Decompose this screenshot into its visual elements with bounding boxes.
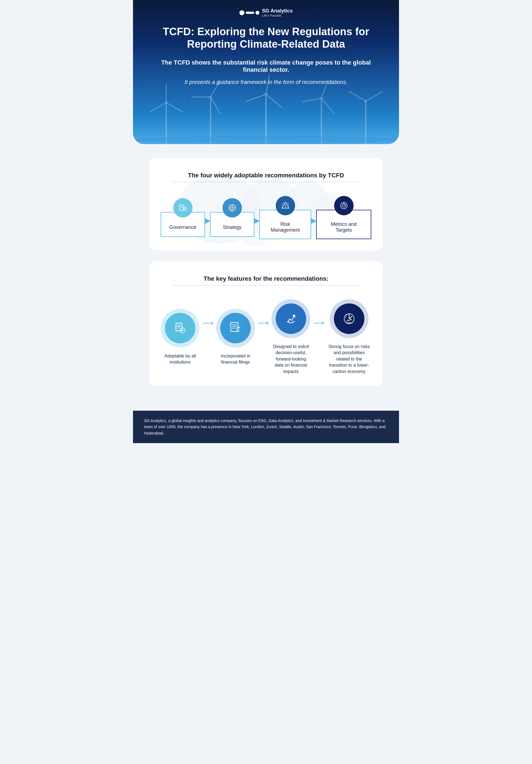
features-flow: Adoptable by all institutions ⟶	[161, 299, 371, 375]
logo-text: SG Analytics Life's Possible	[262, 8, 292, 17]
svg-line-18	[322, 100, 334, 113]
svg-line-51	[344, 205, 345, 205]
hero-subtitle: The TCFD shows the substantial risk clim…	[150, 59, 382, 74]
feature-outer-2	[216, 309, 255, 347]
logo-icon	[240, 10, 260, 15]
svg-point-25	[133, 136, 399, 144]
feature-arrow-1: ⟶	[202, 318, 213, 327]
feature-label-4: Strong focus on risks and possibilities …	[327, 344, 371, 375]
feature-item-4: Strong focus on risks and possibilities …	[327, 299, 371, 375]
hero-section: SG Analytics Life's Possible TCFD: Explo…	[133, 0, 399, 144]
features-title: The key features for the recommendations…	[161, 275, 371, 283]
feature-inner-2	[220, 313, 251, 343]
feature-arrow-2: ⟶	[258, 318, 269, 327]
feature-icon-2	[228, 320, 243, 336]
svg-point-40	[231, 207, 233, 208]
svg-line-4	[149, 103, 165, 112]
arrow-1: ▶	[205, 216, 211, 225]
brand-name: SG Analytics	[262, 8, 292, 14]
brand-tagline: Life's Possible	[262, 14, 292, 17]
svg-rect-59	[231, 322, 238, 331]
hero-body: It presents a guidance framework in the …	[150, 79, 382, 85]
main-content: The four widely adoptable recommendation…	[133, 144, 399, 411]
metrics-icon-circle	[334, 196, 354, 215]
logo-bar	[246, 12, 254, 14]
risk-icon-circle	[276, 196, 295, 215]
arrow-3: ▶	[311, 216, 317, 225]
logo-circle-1	[240, 10, 245, 15]
recommendations-title: The four widely adoptable recommendation…	[161, 172, 371, 179]
recommendations-section: The four widely adoptable recommendation…	[150, 158, 382, 250]
feature-inner-4	[334, 303, 364, 334]
logo-circle-2	[256, 11, 260, 15]
feature-inner-3	[276, 303, 306, 334]
svg-point-46	[285, 207, 286, 208]
governance-icon-circle	[173, 198, 193, 218]
svg-line-13	[267, 95, 282, 107]
svg-point-16	[320, 97, 323, 100]
governance-icon	[178, 203, 188, 213]
recommendations-divider	[172, 182, 360, 182]
strategy-icon-circle	[223, 198, 242, 218]
arrow-2: ▶	[254, 216, 260, 225]
svg-point-1	[165, 101, 168, 104]
feature-icon-3	[283, 311, 299, 326]
feature-label-1: Adoptable by all institutions	[161, 353, 200, 365]
svg-point-21	[364, 100, 367, 102]
svg-line-14	[247, 95, 265, 101]
svg-point-11	[265, 93, 267, 96]
svg-line-8	[211, 98, 221, 113]
feature-icon-1	[173, 320, 188, 336]
feature-icon-4	[342, 311, 357, 326]
metrics-icon	[339, 201, 349, 211]
footer-text: SG Analytics, a global insights and anal…	[144, 418, 388, 436]
features-section: The key features for the recommendations…	[150, 261, 382, 386]
svg-line-19	[302, 98, 320, 102]
svg-point-64	[293, 314, 295, 317]
hero-title: TCFD: Exploring the New Regulations for …	[150, 26, 382, 51]
feature-item-2: Incorporated in financial filings	[216, 309, 255, 365]
svg-point-49	[343, 205, 344, 206]
rec-item-strategy: Strategy	[210, 198, 255, 237]
logo-area: SG Analytics Life's Possible	[150, 8, 382, 17]
rec-item-governance: Governance	[161, 198, 205, 237]
feature-item-3: Designed to solicit decision-useful, for…	[271, 299, 310, 375]
rec-item-metrics: Metrics and Targets	[316, 196, 371, 239]
svg-line-3	[167, 103, 183, 112]
rec-flow: Governance ▶	[161, 196, 371, 239]
strategy-icon	[227, 203, 237, 213]
rec-item-risk: Risk Management	[260, 196, 311, 239]
svg-line-22	[367, 92, 382, 100]
footer: SG Analytics, a global insights and anal…	[133, 411, 399, 443]
feature-outer-3	[271, 299, 310, 338]
feature-outer-4	[330, 299, 369, 338]
features-divider	[172, 285, 360, 286]
feature-inner-1	[165, 313, 195, 343]
feature-arrow-3: ⟶	[313, 318, 324, 327]
feature-item-1: Adoptable by all institutions	[161, 309, 200, 365]
feature-label-2: Incorporated in financial filings	[216, 353, 255, 365]
svg-line-24	[349, 92, 364, 100]
feature-label-3: Designed to solicit decision-useful, for…	[271, 344, 310, 375]
svg-point-6	[209, 96, 212, 98]
feature-outer-1	[161, 309, 200, 347]
risk-icon	[280, 201, 290, 211]
